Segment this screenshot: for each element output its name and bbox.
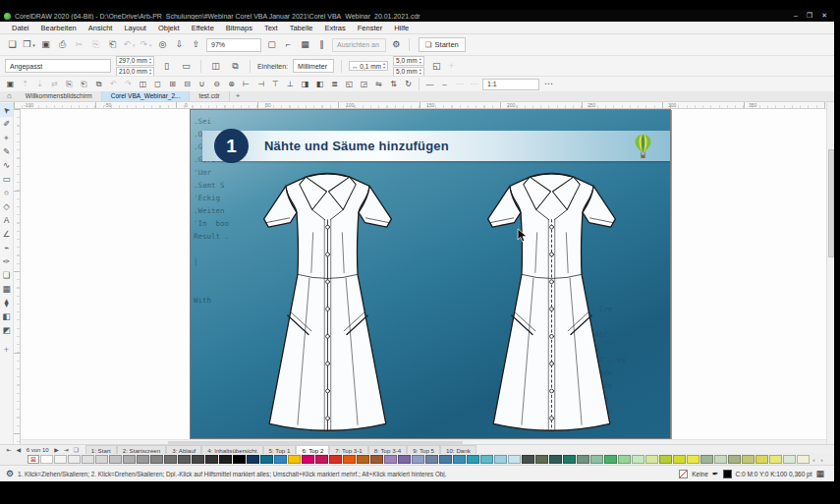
color-swatch[interactable] <box>123 455 136 464</box>
page-tab[interactable]: 7: Top 3-1 <box>329 445 367 455</box>
slide-page[interactable]: .Sei.Opt.Ge.Gefüllt'Umr.Samt S'Eckig.Wei… <box>190 109 671 439</box>
macro-redo-button[interactable]: ↷ <box>122 78 135 90</box>
interactive-fill-tool[interactable]: ◧ <box>0 309 13 323</box>
color-swatch[interactable] <box>714 455 727 464</box>
page-tab[interactable]: 9: Top 5 <box>407 445 440 455</box>
ungroup-objects-button[interactable]: ◻ <box>151 78 164 90</box>
current-page-button[interactable]: ⧉ <box>228 59 243 74</box>
color-swatch[interactable] <box>756 455 768 464</box>
menu-datei[interactable]: Datei <box>6 22 35 34</box>
restore-button[interactable]: ❐ <box>807 10 812 22</box>
units-select[interactable]: Millimeter <box>293 59 334 73</box>
macro-save-button[interactable]: ▣ <box>4 78 17 90</box>
break-apart-button[interactable]: ⊟ <box>181 78 194 90</box>
duplicate-x-field[interactable]: 5,0 mm ▴▾ <box>393 56 424 66</box>
welcome-home-icon[interactable]: ⌂ <box>2 90 17 101</box>
color-swatch[interactable] <box>535 455 548 464</box>
color-swatch[interactable] <box>288 455 301 464</box>
add-tool-button[interactable]: + <box>0 343 13 357</box>
page-width-field[interactable]: 297,0 mm ▴▾ <box>116 56 154 66</box>
dimension-tool[interactable]: ∠ <box>0 227 13 241</box>
macro-move-up-button[interactable]: ⇡ <box>19 78 31 90</box>
trim-objects-button[interactable]: ⊖ <box>210 78 223 90</box>
color-swatch[interactable] <box>205 455 218 464</box>
intersect-objects-button[interactable]: ⊗ <box>225 78 238 90</box>
color-swatch[interactable] <box>233 455 246 464</box>
color-swatch[interactable] <box>302 455 314 464</box>
mirror-horizontal-button[interactable]: ⇋ <box>372 78 385 90</box>
color-swatch[interactable] <box>247 455 259 464</box>
color-swatch[interactable] <box>783 455 796 464</box>
page-tab[interactable]: 4: Inhaltsübersicht <box>201 445 262 455</box>
save-document-button[interactable]: ▣ <box>38 37 53 52</box>
color-swatch[interactable] <box>137 455 149 464</box>
show-grid-button[interactable]: ▦ <box>298 37 312 52</box>
color-swatch[interactable] <box>178 455 191 464</box>
vscroll-thumb[interactable] <box>828 149 834 257</box>
landscape-button[interactable]: ▭ <box>179 59 194 74</box>
zoom-level-select[interactable]: 97% <box>206 38 261 52</box>
to-front-button[interactable]: ◱ <box>343 78 356 90</box>
align-bottom-button[interactable]: ⊥ <box>284 78 297 90</box>
color-swatch[interactable] <box>577 455 589 464</box>
text-tool[interactable]: A <box>0 213 13 227</box>
nudge-distance-field[interactable]: ↔ 0,1 mm ▴▾ <box>349 61 388 71</box>
menu-tabelle[interactable]: Tabelle <box>284 22 319 34</box>
export-button[interactable]: ⇧ <box>189 37 203 52</box>
color-swatch[interactable] <box>549 455 562 464</box>
previous-page-button[interactable]: ◀ <box>14 445 24 455</box>
color-swatch[interactable] <box>687 455 700 464</box>
line-style-thin-button[interactable]: – <box>438 78 451 90</box>
color-swatch[interactable] <box>673 455 686 464</box>
mirror-vertical-button[interactable]: ⇅ <box>387 78 400 90</box>
first-page-button[interactable]: ⇤ <box>4 445 14 455</box>
color-swatch[interactable] <box>82 455 94 464</box>
palette-scroll-left-button[interactable]: ‹ <box>811 455 817 465</box>
align-left-button[interactable]: ⊢ <box>240 78 252 90</box>
page-tab[interactable]: 8: Top 3-4 <box>368 445 407 455</box>
menu-bearbeiten[interactable]: Bearbeiten <box>35 22 83 34</box>
color-swatch[interactable] <box>425 455 438 464</box>
macro-swap-button[interactable]: ⇄ <box>48 78 61 90</box>
ellipse-tool[interactable]: ○ <box>0 186 13 199</box>
color-swatch[interactable] <box>480 455 493 464</box>
document-tab[interactable]: Willkommensbildschirm <box>17 91 102 101</box>
polygon-tool[interactable]: ◇ <box>0 199 13 213</box>
color-swatch[interactable] <box>384 455 397 464</box>
close-button[interactable]: ✕ <box>821 10 827 22</box>
color-swatch[interactable] <box>357 455 369 464</box>
eyedropper-tool[interactable]: ⧫ <box>0 296 13 309</box>
center-horizontal-button[interactable]: ◨ <box>299 78 311 90</box>
vertical-ruler[interactable] <box>14 109 21 444</box>
color-swatch[interactable] <box>590 455 603 464</box>
color-swatch[interactable] <box>329 455 342 464</box>
new-document-button[interactable]: ❑ <box>5 37 20 52</box>
color-swatch[interactable] <box>260 455 273 464</box>
color-swatch[interactable] <box>632 455 644 464</box>
line-style-dashed-button[interactable]: ⋯ <box>453 78 466 90</box>
scale-factor-select[interactable]: 1:1 <box>482 79 539 90</box>
color-swatch[interactable] <box>508 455 521 464</box>
color-swatch[interactable] <box>343 455 356 464</box>
color-swatch[interactable] <box>453 455 466 464</box>
macro-duplicate-button[interactable]: ⧉ <box>92 78 105 90</box>
color-swatch[interactable] <box>274 455 287 464</box>
weld-objects-button[interactable]: ∪ <box>196 78 208 90</box>
page-tab[interactable]: 5: Top 1 <box>263 445 297 455</box>
combine-objects-button[interactable]: ⊞ <box>166 78 179 90</box>
add-page-button[interactable]: ❑ <box>71 445 81 455</box>
rotate-button[interactable]: ↻ <box>402 78 415 90</box>
color-swatch[interactable] <box>742 455 755 464</box>
rectangle-tool[interactable]: ▭ <box>0 172 13 186</box>
pick-tool[interactable]: ➤ <box>0 103 13 117</box>
palette-scroll-right-button[interactable]: › <box>818 455 825 465</box>
page-tab[interactable]: 6: Top 2 <box>296 445 329 455</box>
height-spinner[interactable]: ▴▾ <box>149 68 151 76</box>
color-swatch[interactable] <box>563 455 576 464</box>
nudge-spinner[interactable]: ▴▾ <box>383 62 385 70</box>
align-right-button[interactable]: ⊣ <box>254 78 267 90</box>
show-rulers-button[interactable]: ⌐ <box>281 37 296 52</box>
show-guidelines-button[interactable]: ∥ <box>314 37 329 52</box>
color-swatch[interactable] <box>164 455 177 464</box>
artistic-media-tool[interactable]: ✑ <box>0 254 13 268</box>
